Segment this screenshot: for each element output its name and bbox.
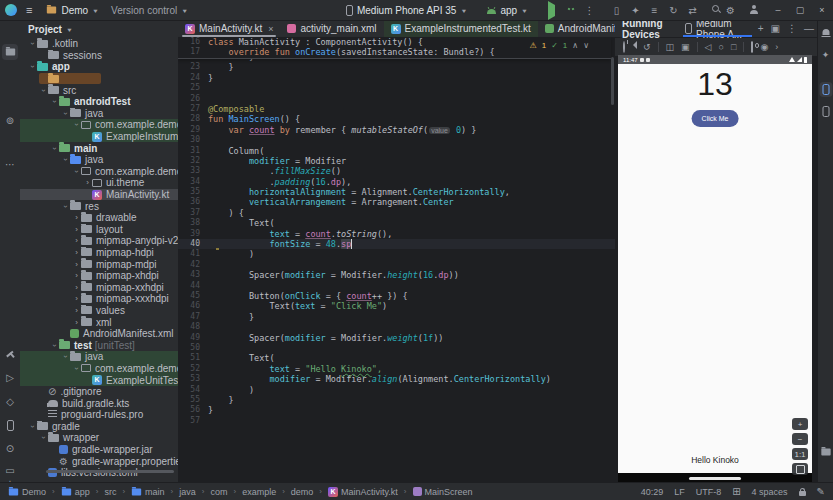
zoom-out-button[interactable]: − — [792, 433, 808, 445]
line-number[interactable]: 47 — [178, 312, 208, 322]
tree-item-ExampleUnitTest[interactable]: ExampleUnitTest — [20, 374, 178, 386]
line-number[interactable]: 25 — [178, 83, 208, 93]
line-number[interactable]: 50 — [178, 343, 208, 353]
vcs-widget[interactable]: Version control ▼ — [105, 2, 194, 18]
zoom-in-button[interactable]: + — [792, 418, 808, 430]
assistant-icon[interactable]: ✦ — [819, 47, 832, 62]
minimize-button[interactable]: – — [767, 5, 789, 15]
line-number[interactable]: 42 — [178, 260, 208, 270]
project-widget[interactable]: Demo ▼ — [40, 2, 105, 18]
gradle-sync-icon[interactable]: ↻ — [664, 5, 683, 16]
tree-item-values[interactable]: ›values — [20, 305, 178, 317]
line-number[interactable]: 37 — [178, 208, 208, 218]
line-number[interactable]: 46 — [178, 301, 208, 311]
line-number[interactable]: 16 — [178, 37, 208, 47]
tree-item-ui.theme[interactable]: ›ui.theme — [20, 177, 178, 189]
device-manager-icon[interactable] — [819, 104, 832, 119]
rotate-icon[interactable]: ↺ — [643, 42, 651, 52]
tree-item-com.example.demo[interactable]: ›com.example.demo — [20, 166, 178, 178]
chevron-expanded-icon[interactable]: › — [61, 155, 70, 164]
breadcrumb-item-demo[interactable]: demo — [291, 487, 314, 497]
inspections-widget[interactable]: ⚠ 1 ✓ 1 ∧ ∨ — [530, 41, 590, 50]
chevron-expanded-icon[interactable]: › — [39, 86, 48, 95]
volume-icon[interactable] — [632, 42, 636, 52]
line-number[interactable]: 51 — [178, 353, 208, 363]
editor-scrollbar[interactable] — [611, 57, 614, 105]
line-number[interactable]: 33 — [178, 166, 208, 176]
caret-position[interactable]: 40:29 — [641, 487, 664, 497]
horizontal-scrollbar[interactable] — [46, 470, 174, 473]
running-devices-icon[interactable] — [819, 82, 832, 97]
run-icon[interactable]: ▷ — [2, 369, 18, 385]
line-number[interactable]: 39 — [178, 229, 208, 239]
close-button[interactable]: × — [811, 5, 833, 15]
breadcrumb-item-main[interactable]: main — [131, 487, 165, 497]
chevron-collapsed-icon[interactable]: › — [72, 283, 81, 292]
tree-item-drawable[interactable]: ›drawable — [20, 212, 178, 224]
back-icon[interactable]: ◁ — [705, 42, 712, 52]
tree-item-layout[interactable]: ›layout — [20, 224, 178, 236]
tree-item-java[interactable]: ›java — [20, 108, 178, 120]
overview-icon[interactable]: □ — [731, 42, 736, 52]
device-selector[interactable]: Medium Phone API 35 ▼ — [340, 2, 473, 18]
tree-item-mipmap-xxhdpi[interactable]: ›mipmap-xxhdpi — [20, 281, 178, 293]
next-problem-icon[interactable]: ∨ — [583, 41, 589, 50]
tree-item-proguard-rules.pro[interactable]: proguard-rules.pro — [20, 409, 178, 421]
line-number[interactable]: 34 — [178, 177, 208, 187]
more-tool-windows-icon[interactable]: ⋯ — [2, 156, 18, 172]
line-number[interactable]: 43 — [178, 270, 208, 280]
tree-item-java[interactable]: ›java — [20, 351, 178, 363]
tree-item-sessions[interactable]: sessions — [20, 50, 178, 62]
emulator-screen[interactable]: 11:47 13 Click Me Hello Kinoko + − 1:1 — [618, 55, 812, 483]
line-number[interactable]: 44 — [178, 281, 208, 291]
todo-list-icon[interactable]: ≡ — [645, 5, 664, 16]
tree-item-mipmap-mdpi[interactable]: ›mipmap-mdpi — [20, 258, 178, 270]
chevron-expanded-icon[interactable]: › — [61, 202, 70, 211]
tree-item-.gitignore[interactable]: .gitignore — [20, 386, 178, 398]
breadcrumb-item-MainActivity.kt[interactable]: MainActivity.kt — [328, 487, 398, 497]
tree-item-build.gradle.kts[interactable]: build.gradle.kts — [20, 397, 178, 409]
line-number[interactable]: 41 — [178, 249, 208, 259]
tree-item-wrapper[interactable]: ›wrapper — [20, 432, 178, 444]
line-number[interactable]: 40 — [178, 239, 208, 249]
line-number[interactable]: 52 — [178, 364, 208, 374]
notifications-icon[interactable] — [819, 26, 832, 41]
close-tab-icon[interactable]: × — [268, 24, 273, 34]
chevron-expanded-icon[interactable]: › — [72, 364, 81, 373]
new-tab-icon[interactable]: ▣ — [771, 23, 780, 34]
gemini-icon[interactable]: ◇ — [2, 393, 18, 409]
tab-MainActivity.kt[interactable]: MainActivity.kt× — [178, 20, 280, 37]
line-number[interactable]: 30 — [178, 135, 208, 145]
line-number[interactable]: 23 — [178, 62, 208, 72]
device-streaming-icon[interactable]: ▯ — [607, 5, 626, 16]
line-number[interactable]: 32 — [178, 156, 208, 166]
more-icon[interactable]: › — [775, 42, 778, 52]
line-number[interactable]: 27 — [178, 104, 208, 114]
breadcrumb-item-example[interactable]: example — [242, 487, 276, 497]
chevron-expanded-icon[interactable]: › — [39, 433, 48, 442]
account-icon[interactable] — [740, 5, 759, 16]
line-number[interactable]: 45 — [178, 291, 208, 301]
zoom-fit-button[interactable] — [792, 463, 808, 475]
line-number[interactable]: 38 — [178, 218, 208, 228]
home-icon[interactable]: ○ — [719, 42, 724, 52]
screenshot-icon[interactable] — [751, 42, 753, 52]
project-icon[interactable] — [2, 44, 18, 60]
indent-style[interactable]: 4 spaces — [752, 487, 788, 497]
project-panel-header[interactable]: Project ▼ — [20, 20, 178, 38]
problems-icon[interactable]: ⊙ — [2, 440, 18, 456]
line-number[interactable]: 54 — [178, 385, 208, 395]
ai-status-icon[interactable]: ⊞ — [732, 486, 740, 497]
chevron-collapsed-icon[interactable]: › — [72, 213, 81, 222]
zoom-reset-button[interactable]: 1:1 — [792, 448, 808, 460]
chevron-expanded-icon[interactable]: › — [50, 144, 59, 153]
display-icon[interactable]: ▣ — [681, 42, 690, 52]
assistant-icon[interactable]: ✦ — [626, 5, 645, 16]
tree-item-src[interactable]: ›src — [20, 84, 178, 96]
add-device-icon[interactable]: + — [758, 23, 764, 34]
line-number[interactable]: 28 — [178, 114, 208, 124]
chevron-collapsed-icon[interactable]: › — [72, 225, 81, 234]
device-tab[interactable]: Medium Phone A... — [683, 20, 752, 37]
more-options-icon[interactable]: ⋮ — [787, 23, 797, 34]
chevron-collapsed-icon[interactable]: › — [72, 260, 81, 269]
